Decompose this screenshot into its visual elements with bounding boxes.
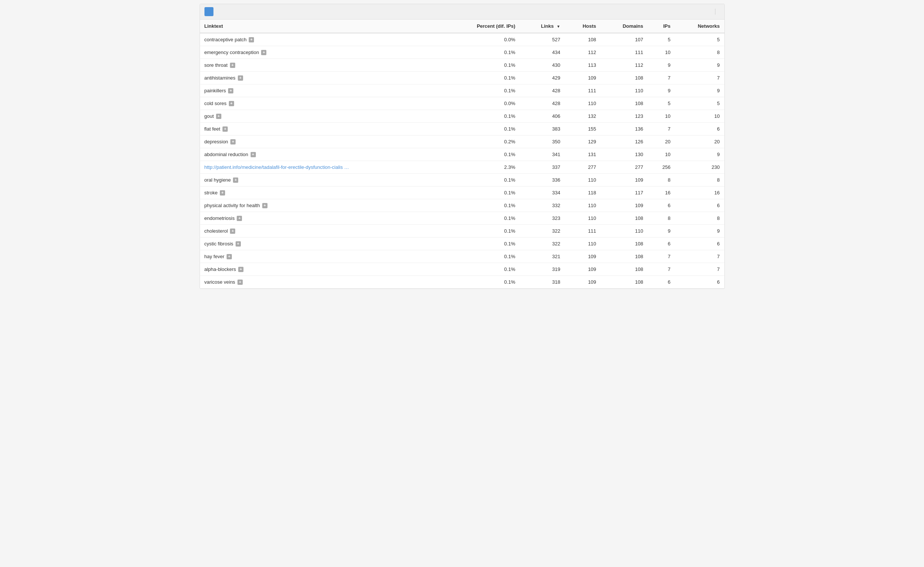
linktext-value: stroke [204, 190, 218, 196]
ips-cell: 5 [648, 97, 675, 110]
table-row: flat feet+0.1%38315513676 [200, 123, 724, 135]
expand-icon[interactable]: + [222, 126, 228, 132]
hosts-cell: 129 [565, 135, 601, 148]
expand-icon[interactable]: + [216, 114, 221, 119]
links-cell: 430 [520, 59, 565, 72]
networks-cell: 6 [675, 123, 724, 135]
percent-cell: 0.1% [444, 123, 520, 135]
domains-cell: 126 [601, 135, 648, 148]
domains-cell: 108 [601, 263, 648, 276]
linktext-value: gout [204, 113, 214, 119]
percent-cell: 0.1% [444, 59, 520, 72]
links-cell: 322 [520, 238, 565, 250]
expand-icon[interactable]: + [220, 190, 225, 196]
links-cell: 406 [520, 110, 565, 123]
linktext-value: sore throat [204, 62, 228, 68]
domains-cell: 117 [601, 186, 648, 199]
hosts-cell: 113 [565, 59, 601, 72]
linktext-value: cholesterol [204, 228, 228, 234]
links-cell: 527 [520, 33, 565, 46]
links-cell: 434 [520, 46, 565, 59]
linktext-cell: abdominal reduction+ [200, 148, 445, 161]
anchor-texts-table: Linktext Percent (dif. IPs) Links ▼ Host… [200, 20, 724, 289]
expand-icon[interactable]: + [237, 280, 243, 285]
expand-icon[interactable]: + [238, 75, 243, 81]
linktext-value: alpha-blockers [204, 266, 236, 272]
expand-icon[interactable]: + [230, 229, 235, 234]
expand-icon[interactable]: + [227, 254, 232, 259]
expand-icon[interactable]: + [229, 101, 234, 106]
domains-cell: 108 [601, 250, 648, 263]
domains-cell: 130 [601, 148, 648, 161]
networks-cell: 9 [675, 148, 724, 161]
hosts-cell: 110 [565, 199, 601, 212]
links-cell: 323 [520, 212, 565, 225]
expand-icon[interactable]: + [228, 88, 233, 93]
ips-cell: 8 [648, 174, 675, 186]
linktext-cell: cystic fibrosis+ [200, 238, 445, 250]
top-anchor-texts-widget: Linktext Percent (dif. IPs) Links ▼ Host… [200, 4, 725, 289]
percent-cell: 0.1% [444, 225, 520, 238]
linktext-cell: depression+ [200, 135, 445, 148]
table-header-row: Linktext Percent (dif. IPs) Links ▼ Host… [200, 20, 724, 33]
table-row: depression+0.2%3501291262020 [200, 135, 724, 148]
domains-cell: 109 [601, 199, 648, 212]
domains-cell: 107 [601, 33, 648, 46]
networks-cell: 230 [675, 161, 724, 174]
table-row: hay fever+0.1%32110910877 [200, 250, 724, 263]
table-row: gout+0.1%4061321231010 [200, 110, 724, 123]
links-cell: 318 [520, 276, 565, 289]
col-percent: Percent (dif. IPs) [444, 20, 520, 33]
widget-header [200, 4, 724, 20]
expand-icon[interactable]: + [230, 63, 235, 68]
networks-cell: 7 [675, 263, 724, 276]
hosts-cell: 109 [565, 263, 601, 276]
networks-cell: 9 [675, 59, 724, 72]
hosts-cell: 110 [565, 238, 601, 250]
hosts-cell: 155 [565, 123, 601, 135]
table-row: oral hygiene+0.1%33611010988 [200, 174, 724, 186]
links-cell: 350 [520, 135, 565, 148]
col-networks: Networks [675, 20, 724, 33]
linktext-cell: stroke+ [200, 186, 445, 199]
links-cell: 334 [520, 186, 565, 199]
domains-cell: 277 [601, 161, 648, 174]
percent-cell: 0.1% [444, 199, 520, 212]
expand-icon[interactable]: + [236, 241, 241, 247]
ips-cell: 9 [648, 225, 675, 238]
ips-cell: 6 [648, 238, 675, 250]
networks-cell: 20 [675, 135, 724, 148]
links-cell: 319 [520, 263, 565, 276]
percent-cell: 2.3% [444, 161, 520, 174]
linktext-cell: http://patient.info/medicine/tadalafil-f… [200, 161, 445, 174]
linktext-cell: contraceptive patch+ [200, 33, 445, 46]
expand-icon[interactable]: + [262, 203, 267, 208]
domains-cell: 110 [601, 84, 648, 97]
networks-cell: 5 [675, 97, 724, 110]
ips-cell: 7 [648, 123, 675, 135]
links-cell: 341 [520, 148, 565, 161]
expand-icon[interactable]: + [237, 216, 242, 221]
linktext-value: cystic fibrosis [204, 241, 233, 247]
expand-icon[interactable]: + [249, 37, 254, 42]
percent-cell: 0.1% [444, 238, 520, 250]
hosts-cell: 132 [565, 110, 601, 123]
linktext-value: painkillers [204, 88, 226, 93]
percent-cell: 0.1% [444, 174, 520, 186]
expand-icon[interactable]: + [230, 139, 236, 144]
expand-icon[interactable]: + [238, 267, 243, 272]
linktext-value: flat feet [204, 126, 221, 132]
table-row: stroke+0.1%3341181171616 [200, 186, 724, 199]
col-links[interactable]: Links ▼ [520, 20, 565, 33]
domains-cell: 109 [601, 174, 648, 186]
ips-cell: 6 [648, 276, 675, 289]
links-cell: 321 [520, 250, 565, 263]
expand-icon[interactable]: + [251, 152, 256, 157]
domains-cell: 136 [601, 123, 648, 135]
linktext-value: physical activity for health [204, 203, 260, 208]
expand-icon[interactable]: + [233, 177, 238, 183]
networks-cell: 10 [675, 110, 724, 123]
percent-cell: 0.1% [444, 46, 520, 59]
expand-icon[interactable]: + [261, 50, 266, 55]
percent-cell: 0.1% [444, 263, 520, 276]
